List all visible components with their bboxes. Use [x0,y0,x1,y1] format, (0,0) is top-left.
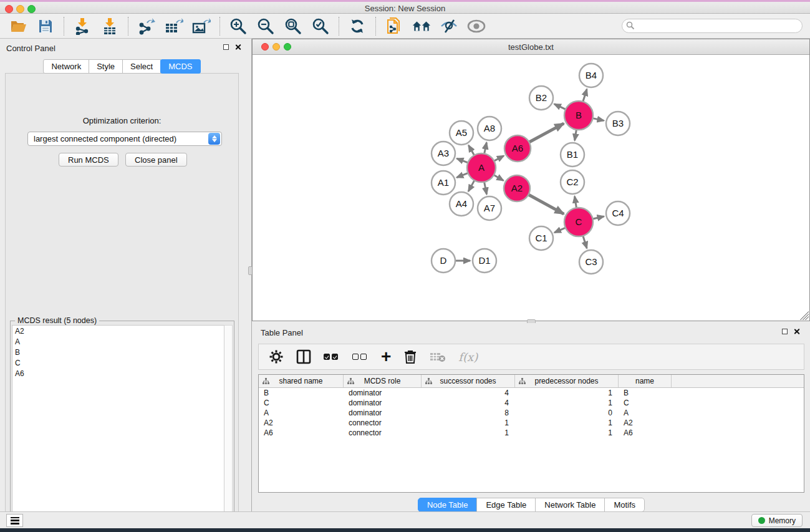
close-panel-icon[interactable] [234,44,241,51]
network-window-titlebar[interactable]: testGlobe.txt [253,39,809,55]
float-panel-icon[interactable] [223,44,229,50]
graph-node-D1[interactable]: D1 [473,249,496,273]
graph-node-A7[interactable]: A7 [478,196,501,220]
table-cell[interactable]: 0 [515,409,619,417]
delete-table-icon[interactable] [430,349,446,365]
select-all-checkboxes-icon[interactable] [324,349,340,365]
table-cell[interactable]: dominator [344,389,422,397]
graph-edge-A-A7[interactable] [485,182,487,195]
mcds-result-item[interactable]: B [12,347,224,357]
graph-node-A8[interactable]: A8 [478,117,501,140]
graph-edge-A-A2[interactable] [494,175,503,181]
table-cell[interactable]: connector [344,428,422,437]
import-network-icon[interactable] [73,17,92,36]
table-cell[interactable]: C [619,399,672,407]
settings-gear-icon[interactable] [269,349,284,365]
table-cell[interactable]: 1 [422,428,515,437]
table-row[interactable]: A2connector11A2 [259,418,804,428]
graph-node-B3[interactable]: B3 [606,112,630,135]
import-table-icon[interactable] [100,17,119,36]
table-cell[interactable]: dominator [344,409,422,417]
tab-style[interactable]: Style [89,59,123,74]
run-mcds-button[interactable]: Run MCDS [59,153,118,167]
graph-edge-B-B3[interactable] [593,118,604,121]
new-network-from-selection-icon[interactable] [385,17,403,36]
column-header-predecessor-nodes[interactable]: predecessor nodes [515,375,619,387]
graph-edge-C-C3[interactable] [583,236,587,248]
table-float-panel-icon[interactable] [782,329,788,334]
table-cell[interactable]: A6 [259,428,344,437]
table-row[interactable]: Bdominator41B [259,388,804,398]
tab-motifs[interactable]: Motifs [604,498,645,512]
table-row[interactable]: Adominator80A [259,408,804,418]
graph-node-C2[interactable]: C2 [561,170,584,194]
graph-edge-B-B1[interactable] [575,130,577,141]
table-cell[interactable]: B [259,389,344,397]
graph-node-A1[interactable]: A1 [432,171,455,195]
mcds-result-item[interactable]: A6 [12,368,224,379]
tab-mcds[interactable]: MCDS [160,59,200,74]
table-close-panel-icon[interactable] [793,328,800,335]
graph-node-C3[interactable]: C3 [579,250,603,274]
table-row[interactable]: Cdominator41C [259,398,804,408]
graph-edge-B-B4[interactable] [583,89,587,102]
graph-node-A5[interactable]: A5 [450,121,473,145]
table-cell[interactable]: 4 [422,399,515,407]
table-cell[interactable]: dominator [344,399,422,407]
table-cell[interactable]: 1 [422,418,515,427]
network-canvas[interactable]: B4B2BB3A8A5A6B1A3AC2A1A2A4A7C4CC1DD1C3 [253,55,809,321]
table-cell[interactable]: connector [344,418,422,427]
table-cell[interactable]: 8 [422,409,515,417]
graph-node-B2[interactable]: B2 [529,86,553,110]
table-cell[interactable]: A [259,409,344,417]
column-header-mcds-role[interactable]: MCDS role [344,375,422,387]
table-cell[interactable]: 4 [422,389,515,397]
graph-edge-A-A6[interactable] [494,156,504,161]
tab-edge-table[interactable]: Edge Table [476,498,536,512]
column-header-name[interactable]: name [619,375,672,387]
export-image-icon[interactable] [192,17,211,36]
graph-node-A2[interactable]: A2 [504,175,530,201]
table-cell[interactable]: B [619,389,672,397]
hide-selected-icon[interactable] [440,17,458,36]
split-columns-icon[interactable] [296,349,311,365]
delete-column-icon[interactable] [403,349,417,365]
graph-edge-A-A5[interactable] [468,145,474,155]
mcds-result-item[interactable]: A2 [12,326,224,336]
column-header-shared-name[interactable]: shared name [259,375,344,387]
close-panel-button[interactable]: Close panel [125,153,187,167]
open-session-icon[interactable] [9,17,27,36]
mcds-result-list[interactable]: A2ABCA6 [12,325,225,532]
search-input[interactable] [622,19,803,33]
graph-edge-A-A1[interactable] [456,173,468,177]
graph-edge-C-C2[interactable] [575,196,577,208]
function-builder-icon[interactable]: f(x) [458,349,478,365]
save-session-icon[interactable] [36,17,55,36]
table-cell[interactable]: A6 [619,428,672,437]
graph-edge-C-C4[interactable] [592,216,604,219]
table-cell[interactable]: 1 [515,389,619,397]
table-cell[interactable]: A2 [619,418,672,427]
graph-edge-A-A3[interactable] [457,158,468,163]
add-column-icon[interactable]: + [381,349,391,365]
table-cell[interactable]: 1 [515,418,619,427]
table-cell[interactable]: C [259,399,344,407]
criterion-dropdown[interactable]: largest connected component (directed) [27,132,222,146]
graph-edge-A-A4[interactable] [468,180,475,191]
tab-node-table[interactable]: Node Table [418,498,478,512]
reset-home-icon[interactable] [412,17,431,36]
graph-node-B4[interactable]: B4 [579,64,603,87]
show-task-history-button[interactable] [6,514,23,527]
graph-edge-A-A8[interactable] [485,143,487,154]
graph-node-C1[interactable]: C1 [529,226,553,250]
table-cell[interactable]: 1 [515,399,619,407]
show-all-icon[interactable] [467,17,486,36]
window-resize-grip[interactable] [800,311,809,320]
zoom-fit-icon[interactable] [284,17,302,36]
column-header-successor-nodes[interactable]: successor nodes [422,375,515,387]
graph-edge-A6-B[interactable] [529,123,564,142]
tab-network-table[interactable]: Network Table [535,498,605,512]
graph-edge-C-C1[interactable] [554,228,566,233]
graph-node-C4[interactable]: C4 [606,201,630,225]
network-graph[interactable]: B4B2BB3A8A5A6B1A3AC2A1A2A4A7C4CC1DD1C3 [253,55,809,321]
